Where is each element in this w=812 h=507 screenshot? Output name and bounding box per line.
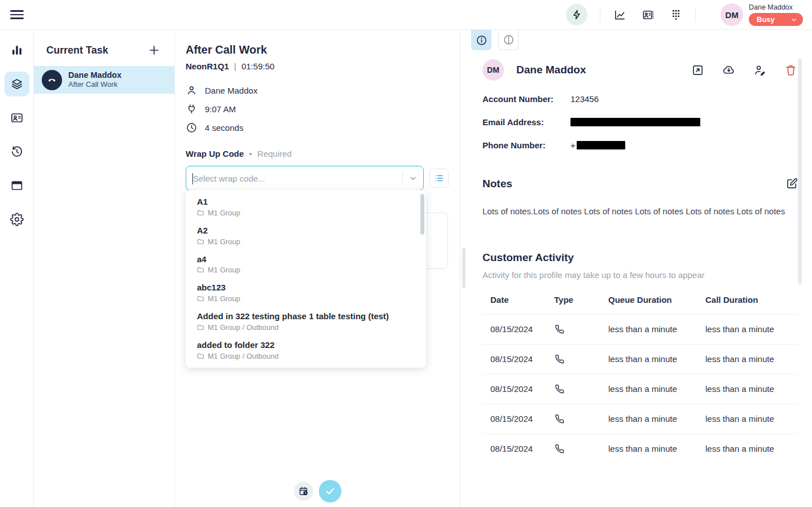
account-number-row: Account Number: 123456 (482, 93, 797, 104)
email-label: Email Address: (482, 117, 570, 127)
folder-icon (197, 352, 204, 360)
edit-contact-icon[interactable] (753, 64, 766, 77)
nav-history-item[interactable] (5, 139, 29, 164)
required-label: Required (257, 149, 292, 158)
contact-card-icon (10, 111, 24, 125)
lightning-icon (571, 9, 582, 20)
wrap-code-name: A2 (197, 226, 415, 236)
user-block: Dane Maddox Busy (749, 3, 803, 26)
tab-profile-info[interactable] (471, 30, 491, 50)
wrap-code-option[interactable]: A2 M1 Group (186, 222, 426, 250)
task-list-item[interactable]: Dane Maddox After Call Work (34, 66, 174, 94)
select-divider (402, 171, 403, 186)
activity-call-duration: less than a minute (705, 414, 797, 424)
nav-browser-item[interactable] (5, 173, 29, 198)
topbar-divider (600, 7, 600, 22)
campaign-timer: NeonR1Q1 | 01:59:50 (186, 61, 449, 71)
text-caret (192, 173, 193, 184)
dialpad-icon[interactable] (669, 8, 683, 21)
wrap-code-name: A1 (197, 197, 415, 208)
wrap-code-option[interactable]: A1 M1 Group (186, 193, 426, 222)
folder-icon (197, 209, 204, 217)
wrap-code-group: M1 Group / Outbound (208, 352, 279, 360)
activity-call-duration: less than a minute (705, 444, 797, 453)
status-dropdown-button[interactable]: Busy (749, 13, 803, 26)
quick-actions-button[interactable] (566, 4, 587, 25)
browse-wrap-codes-button[interactable] (429, 169, 449, 188)
wrap-up-label: Wrap Up Code (186, 149, 244, 158)
profile-tabs (468, 30, 812, 50)
status-label: Busy (757, 15, 775, 24)
add-task-button[interactable] (147, 43, 161, 57)
current-task-panel: Current Task Dane Maddox Aft (34, 30, 175, 507)
activity-call-duration: less than a minute (705, 384, 797, 394)
wrap-code-group: M1 Group (208, 266, 240, 274)
wrap-code-option[interactable]: Added in 322 testing phase 1 table testi… (186, 307, 426, 336)
contacts-icon[interactable] (641, 8, 655, 21)
nav-tasks-item[interactable] (5, 72, 29, 96)
wrap-code-dropdown: A1 M1 Group A2 (186, 190, 426, 368)
activity-row[interactable]: 08/15/2024 less than a minute less than … (482, 434, 797, 464)
activity-queue-duration: less than a minute (608, 444, 705, 453)
email-redacted-value (570, 118, 700, 126)
open-external-icon[interactable] (691, 64, 704, 77)
activity-row[interactable]: 08/15/2024 less than a minute less than … (482, 344, 797, 374)
account-number-value: 123456 (570, 94, 599, 104)
delete-contact-icon[interactable] (784, 64, 797, 77)
wrap-code-name: added to folder 322 (197, 340, 415, 351)
column-header: Date (490, 295, 554, 305)
wrap-code-option[interactable]: abc123 M1 Group (186, 279, 426, 307)
wrap-code-option[interactable]: added to folder 322 M1 Group / Outbound (186, 336, 426, 365)
main-panel-scrollbar[interactable] (462, 248, 466, 288)
phone-call-icon (554, 324, 565, 334)
user-avatar[interactable]: DM (721, 3, 743, 26)
wrap-code-select[interactable] (186, 166, 424, 191)
profile-panel-scrollbar[interactable] (798, 59, 802, 284)
meta-contact-name: Dane Maddox (205, 86, 257, 95)
info-icon (476, 34, 488, 46)
schedule-button[interactable] (294, 482, 313, 501)
nav-contacts-item[interactable] (5, 105, 29, 130)
plug-icon (186, 103, 197, 115)
meta-start-time: 9:07 AM (205, 104, 236, 114)
activity-row[interactable]: 08/15/2024 less than a minute less than … (482, 314, 797, 344)
phone-call-icon (554, 443, 565, 454)
nav-dashboard-item[interactable] (5, 38, 29, 63)
chevron-down-icon[interactable] (409, 174, 418, 183)
wrap-up-label-row: Wrap Up Code Required (186, 149, 449, 158)
required-dot (249, 153, 252, 155)
hamburger-menu-icon[interactable] (10, 7, 25, 22)
list-icon (434, 173, 444, 183)
edit-notes-icon[interactable] (785, 177, 798, 190)
activity-row[interactable]: 08/15/2024 less than a minute less than … (482, 404, 797, 434)
history-icon (10, 145, 24, 158)
activity-table: DateTypeQueue DurationCall Duration 08/1… (468, 295, 812, 464)
campaign-name: NeonR1Q1 (186, 61, 229, 71)
wrap-code-options: A1 M1 Group A2 (186, 193, 426, 365)
activity-title: Customer Activity (482, 252, 574, 264)
meta-duration: 4 seconds (205, 123, 243, 133)
phone-row: Phone Number: + (482, 139, 797, 151)
phone-call-icon (554, 413, 565, 424)
nav-settings-item[interactable] (5, 207, 29, 232)
activity-rows: 08/15/2024 less than a minute less than … (482, 314, 797, 464)
activity-row[interactable]: 08/15/2024 less than a minute less than … (482, 374, 797, 404)
activity-date: 08/15/2024 (490, 324, 554, 334)
analytics-icon[interactable] (613, 8, 626, 21)
person-icon (186, 85, 197, 96)
complete-task-button[interactable] (319, 480, 341, 502)
account-number-label: Account Number: (482, 94, 570, 104)
notes-text: Lots of notes.Lots of notes Lots of note… (468, 205, 812, 218)
dropdown-scrollbar[interactable] (420, 194, 424, 235)
bar-chart-icon (10, 43, 24, 57)
email-row: Email Address: (482, 116, 797, 127)
tab-split-view[interactable] (498, 30, 519, 50)
activity-date: 08/15/2024 (490, 444, 554, 453)
profile-avatar: DM (482, 59, 504, 81)
wrap-code-option[interactable]: a4 M1 Group (186, 250, 426, 279)
topbar: DM Dane Maddox Busy (0, 0, 812, 30)
cloud-download-icon[interactable] (722, 64, 735, 77)
wrap-code-input[interactable] (193, 174, 402, 183)
wrap-code-name: abc123 (197, 283, 415, 293)
task-type: After Call Work (68, 80, 121, 89)
